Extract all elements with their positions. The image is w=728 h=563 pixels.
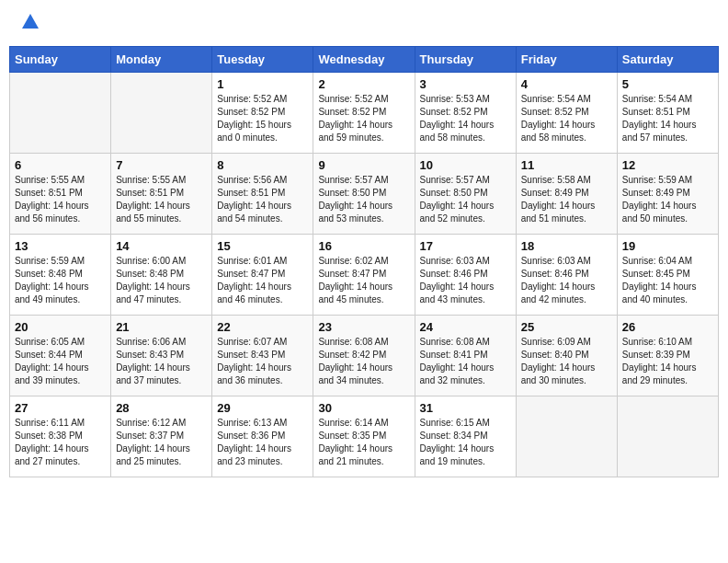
calendar-header-row: SundayMondayTuesdayWednesdayThursdayFrid…: [10, 47, 719, 73]
svg-marker-0: [22, 14, 39, 29]
calendar-cell: 12Sunrise: 5:59 AM Sunset: 8:49 PM Dayli…: [617, 154, 718, 235]
calendar-cell: 10Sunrise: 5:57 AM Sunset: 8:50 PM Dayli…: [415, 154, 516, 235]
day-of-week-header: Friday: [516, 47, 617, 73]
calendar-week-row: 27Sunrise: 6:11 AM Sunset: 8:38 PM Dayli…: [10, 396, 719, 477]
calendar-week-row: 6Sunrise: 5:55 AM Sunset: 8:51 PM Daylig…: [10, 154, 719, 235]
day-of-week-header: Saturday: [617, 47, 718, 73]
day-of-week-header: Tuesday: [212, 47, 313, 73]
day-info: Sunrise: 6:08 AM Sunset: 8:42 PM Dayligh…: [318, 336, 409, 387]
day-number: 13: [15, 239, 106, 253]
day-number: 1: [217, 77, 308, 91]
calendar-cell: 19Sunrise: 6:04 AM Sunset: 8:45 PM Dayli…: [617, 235, 718, 316]
day-info: Sunrise: 5:59 AM Sunset: 8:48 PM Dayligh…: [15, 255, 106, 306]
day-number: 27: [15, 401, 106, 415]
calendar-cell: 13Sunrise: 5:59 AM Sunset: 8:48 PM Dayli…: [10, 235, 111, 316]
day-info: Sunrise: 5:54 AM Sunset: 8:51 PM Dayligh…: [622, 93, 713, 144]
day-info: Sunrise: 5:55 AM Sunset: 8:51 PM Dayligh…: [15, 174, 106, 225]
calendar-cell: 5Sunrise: 5:54 AM Sunset: 8:51 PM Daylig…: [617, 73, 718, 154]
calendar-cell: [516, 396, 617, 477]
day-number: 30: [318, 401, 409, 415]
day-info: Sunrise: 5:57 AM Sunset: 8:50 PM Dayligh…: [420, 174, 511, 225]
day-info: Sunrise: 6:12 AM Sunset: 8:37 PM Dayligh…: [116, 417, 207, 468]
calendar-cell: [10, 73, 111, 154]
day-number: 21: [116, 320, 207, 334]
day-info: Sunrise: 6:06 AM Sunset: 8:43 PM Dayligh…: [116, 336, 207, 387]
day-info: Sunrise: 5:53 AM Sunset: 8:52 PM Dayligh…: [420, 93, 511, 144]
day-info: Sunrise: 6:07 AM Sunset: 8:43 PM Dayligh…: [217, 336, 308, 387]
day-number: 19: [622, 239, 713, 253]
calendar-cell: 15Sunrise: 6:01 AM Sunset: 8:47 PM Dayli…: [212, 235, 313, 316]
day-info: Sunrise: 6:04 AM Sunset: 8:45 PM Dayligh…: [622, 255, 713, 306]
day-number: 31: [420, 401, 511, 415]
day-info: Sunrise: 5:57 AM Sunset: 8:50 PM Dayligh…: [318, 174, 409, 225]
day-number: 6: [15, 158, 106, 172]
day-info: Sunrise: 6:13 AM Sunset: 8:36 PM Dayligh…: [217, 417, 308, 468]
calendar-cell: 18Sunrise: 6:03 AM Sunset: 8:46 PM Dayli…: [516, 235, 617, 316]
calendar-cell: 4Sunrise: 5:54 AM Sunset: 8:52 PM Daylig…: [516, 73, 617, 154]
calendar-cell: [111, 73, 212, 154]
calendar-cell: 8Sunrise: 5:56 AM Sunset: 8:51 PM Daylig…: [212, 154, 313, 235]
day-info: Sunrise: 6:02 AM Sunset: 8:47 PM Dayligh…: [318, 255, 409, 306]
calendar-cell: 28Sunrise: 6:12 AM Sunset: 8:37 PM Dayli…: [111, 396, 212, 477]
calendar-cell: 30Sunrise: 6:14 AM Sunset: 8:35 PM Dayli…: [313, 396, 415, 477]
day-number: 14: [116, 239, 207, 253]
day-number: 26: [622, 320, 713, 334]
day-info: Sunrise: 6:14 AM Sunset: 8:35 PM Dayligh…: [318, 417, 409, 468]
day-info: Sunrise: 5:58 AM Sunset: 8:49 PM Dayligh…: [521, 174, 612, 225]
day-number: 28: [116, 401, 207, 415]
day-number: 4: [521, 77, 612, 91]
calendar-week-row: 20Sunrise: 6:05 AM Sunset: 8:44 PM Dayli…: [10, 316, 719, 396]
day-info: Sunrise: 6:03 AM Sunset: 8:46 PM Dayligh…: [420, 255, 511, 306]
day-of-week-header: Sunday: [10, 47, 111, 73]
day-info: Sunrise: 6:10 AM Sunset: 8:39 PM Dayligh…: [622, 336, 713, 387]
calendar-cell: 22Sunrise: 6:07 AM Sunset: 8:43 PM Dayli…: [212, 316, 313, 396]
day-number: 11: [521, 158, 612, 172]
day-number: 9: [318, 158, 409, 172]
day-number: 29: [217, 401, 308, 415]
calendar-cell: 11Sunrise: 5:58 AM Sunset: 8:49 PM Dayli…: [516, 154, 617, 235]
calendar-cell: 6Sunrise: 5:55 AM Sunset: 8:51 PM Daylig…: [10, 154, 111, 235]
day-info: Sunrise: 5:52 AM Sunset: 8:52 PM Dayligh…: [318, 93, 409, 144]
day-number: 5: [622, 77, 713, 91]
day-info: Sunrise: 6:15 AM Sunset: 8:34 PM Dayligh…: [420, 417, 511, 468]
day-info: Sunrise: 6:05 AM Sunset: 8:44 PM Dayligh…: [15, 336, 106, 387]
calendar-cell: 9Sunrise: 5:57 AM Sunset: 8:50 PM Daylig…: [313, 154, 415, 235]
calendar-cell: 3Sunrise: 5:53 AM Sunset: 8:52 PM Daylig…: [415, 73, 516, 154]
day-of-week-header: Wednesday: [313, 47, 415, 73]
day-info: Sunrise: 5:56 AM Sunset: 8:51 PM Dayligh…: [217, 174, 308, 225]
day-info: Sunrise: 6:00 AM Sunset: 8:48 PM Dayligh…: [116, 255, 207, 306]
day-number: 8: [217, 158, 308, 172]
calendar-cell: 2Sunrise: 5:52 AM Sunset: 8:52 PM Daylig…: [313, 73, 415, 154]
calendar-cell: 16Sunrise: 6:02 AM Sunset: 8:47 PM Dayli…: [313, 235, 415, 316]
calendar-cell: 23Sunrise: 6:08 AM Sunset: 8:42 PM Dayli…: [313, 316, 415, 396]
day-number: 3: [420, 77, 511, 91]
calendar-cell: 20Sunrise: 6:05 AM Sunset: 8:44 PM Dayli…: [10, 316, 111, 396]
day-info: Sunrise: 5:54 AM Sunset: 8:52 PM Dayligh…: [521, 93, 612, 144]
day-number: 20: [15, 320, 106, 334]
day-info: Sunrise: 6:03 AM Sunset: 8:46 PM Dayligh…: [521, 255, 612, 306]
calendar-cell: 7Sunrise: 5:55 AM Sunset: 8:51 PM Daylig…: [111, 154, 212, 235]
day-number: 25: [521, 320, 612, 334]
day-info: Sunrise: 6:11 AM Sunset: 8:38 PM Dayligh…: [15, 417, 106, 468]
calendar-table: SundayMondayTuesdayWednesdayThursdayFrid…: [9, 46, 719, 477]
day-number: 18: [521, 239, 612, 253]
day-of-week-header: Thursday: [415, 47, 516, 73]
day-info: Sunrise: 5:59 AM Sunset: 8:49 PM Dayligh…: [622, 174, 713, 225]
day-of-week-header: Monday: [111, 47, 212, 73]
calendar-cell: 31Sunrise: 6:15 AM Sunset: 8:34 PM Dayli…: [415, 396, 516, 477]
calendar-week-row: 1Sunrise: 5:52 AM Sunset: 8:52 PM Daylig…: [10, 73, 719, 154]
calendar-cell: 21Sunrise: 6:06 AM Sunset: 8:43 PM Dayli…: [111, 316, 212, 396]
logo: [18, 14, 40, 32]
day-number: 16: [318, 239, 409, 253]
calendar-cell: 27Sunrise: 6:11 AM Sunset: 8:38 PM Dayli…: [10, 396, 111, 477]
day-info: Sunrise: 5:52 AM Sunset: 8:52 PM Dayligh…: [217, 93, 308, 144]
day-number: 17: [420, 239, 511, 253]
calendar-cell: 17Sunrise: 6:03 AM Sunset: 8:46 PM Dayli…: [415, 235, 516, 316]
calendar-cell: [617, 396, 718, 477]
day-number: 12: [622, 158, 713, 172]
calendar-cell: 29Sunrise: 6:13 AM Sunset: 8:36 PM Dayli…: [212, 396, 313, 477]
day-number: 10: [420, 158, 511, 172]
day-number: 23: [318, 320, 409, 334]
page-header: [9, 9, 719, 37]
calendar-cell: 25Sunrise: 6:09 AM Sunset: 8:40 PM Dayli…: [516, 316, 617, 396]
